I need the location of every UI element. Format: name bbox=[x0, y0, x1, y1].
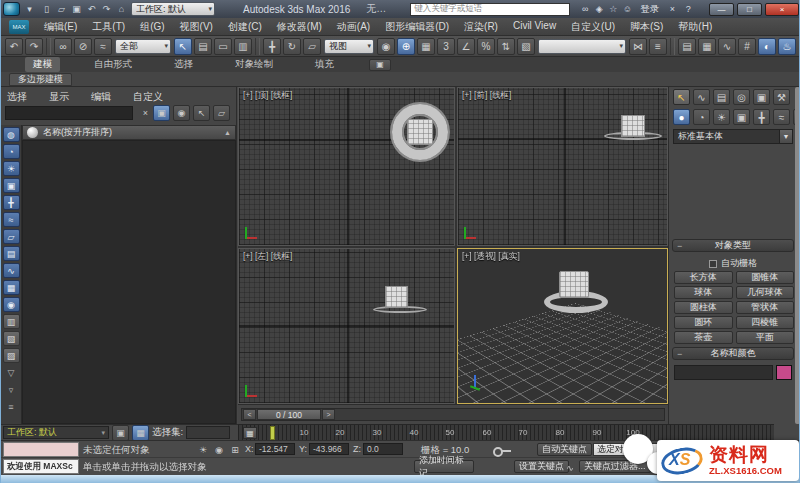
box-object-front-view[interactable] bbox=[621, 115, 645, 137]
explorer-column-header[interactable]: 名称(按升序排序) ▲ bbox=[22, 125, 236, 140]
schematic-view-icon[interactable]: # bbox=[738, 38, 756, 55]
maxscript-mini-listener-pink[interactable] bbox=[3, 442, 79, 457]
toggle-bones-icon[interactable]: ∿ bbox=[3, 263, 20, 278]
filter-icon[interactable]: ▽ bbox=[3, 365, 20, 380]
max-menu-icon[interactable]: MAX bbox=[9, 20, 29, 34]
new-scene-icon[interactable]: ▯ bbox=[39, 3, 54, 16]
maximize-button[interactable]: □ bbox=[737, 3, 762, 16]
signin-user-icon[interactable]: ☺ bbox=[620, 3, 634, 16]
tab-hierarchy[interactable]: ▤ bbox=[713, 89, 730, 105]
cat-space-warps[interactable]: ≈ bbox=[773, 109, 790, 125]
menu-item[interactable]: 创建(C) bbox=[228, 20, 262, 34]
x-coordinate-field[interactable]: -12.547 bbox=[255, 443, 295, 455]
object-type-button[interactable]: 四棱锥 bbox=[736, 316, 795, 329]
project-folder-icon[interactable]: ⌂ bbox=[114, 3, 129, 16]
app-menu-caret-icon[interactable]: ▾ bbox=[22, 3, 37, 16]
ribbon-tab-freeform[interactable]: 自由形式 bbox=[86, 57, 140, 72]
cat-geometry[interactable]: ● bbox=[673, 109, 690, 125]
ribbon-tab-object-paint[interactable]: 对象绘制 bbox=[227, 57, 281, 72]
snap-toggle-3d-icon[interactable]: 3 bbox=[437, 38, 455, 55]
cat-lights[interactable]: ☀ bbox=[713, 109, 730, 125]
previous-frame-button[interactable]: < bbox=[243, 409, 256, 420]
menu-item[interactable]: 修改器(M) bbox=[277, 20, 322, 34]
viewport-label-left[interactable]: [+] [左] [线框] bbox=[243, 251, 292, 263]
explorer-menu-item[interactable]: 选择 bbox=[7, 90, 27, 104]
autogrid-checkbox[interactable] bbox=[709, 260, 717, 268]
auto-key-button[interactable]: 自动关键点 bbox=[537, 443, 592, 456]
object-type-button[interactable]: 管状体 bbox=[736, 301, 795, 314]
signin-button[interactable]: 登录 bbox=[640, 3, 659, 16]
list-options-icon[interactable]: ≡ bbox=[3, 399, 20, 414]
menu-item[interactable]: 视图(V) bbox=[180, 20, 213, 34]
workspace-dropdown-bottom[interactable]: 工作区: 默认▾ bbox=[3, 426, 109, 439]
object-type-button[interactable]: 球体 bbox=[674, 286, 733, 299]
use-pivot-center-icon[interactable]: ◉ bbox=[377, 38, 395, 55]
menu-item[interactable]: 工具(T) bbox=[92, 20, 125, 34]
sync-selection-icon[interactable]: ▨ bbox=[3, 348, 20, 363]
selection-set-dropdown[interactable] bbox=[186, 426, 230, 439]
current-frame-indicator[interactable] bbox=[270, 426, 275, 440]
panel-scrollbar[interactable] bbox=[795, 87, 800, 424]
next-frame-button[interactable]: > bbox=[322, 409, 335, 420]
explorer-menu-item[interactable]: 显示 bbox=[49, 90, 69, 104]
explorer-menu-item[interactable]: 自定义 bbox=[133, 90, 163, 104]
named-selection-sets-dropdown[interactable]: ▾ bbox=[538, 39, 626, 54]
menu-item[interactable]: 组(G) bbox=[140, 20, 164, 34]
display-children-icon[interactable]: ▥ bbox=[3, 314, 20, 329]
material-editor-icon[interactable]: ◐ bbox=[758, 38, 776, 55]
toggle-xrefs-icon[interactable]: ▤ bbox=[3, 246, 20, 261]
communication-center-icon[interactable]: ◈ bbox=[592, 3, 606, 16]
bind-to-space-warp-icon[interactable]: ≈ bbox=[94, 38, 112, 55]
close-button[interactable]: × bbox=[765, 3, 799, 16]
help-icon[interactable]: ? bbox=[681, 3, 695, 16]
scene-explorer-toggle-icon[interactable]: ▦ bbox=[132, 425, 149, 441]
time-slider-handle[interactable]: 0 / 100 bbox=[257, 409, 321, 420]
viewport-left[interactable]: [+] [左] [线框] bbox=[238, 248, 455, 404]
select-and-link-icon[interactable]: ∞ bbox=[54, 38, 72, 55]
menu-item[interactable]: 编辑(E) bbox=[44, 20, 77, 34]
favorites-icon[interactable]: ☆ bbox=[606, 3, 620, 16]
toggle-shapes-icon[interactable]: ◔ bbox=[3, 144, 20, 159]
object-type-button[interactable]: 几何球体 bbox=[736, 286, 795, 299]
viewport-label-front[interactable]: [+] [前] [线框] bbox=[462, 90, 511, 102]
tab-utilities[interactable]: ⚒ bbox=[773, 89, 790, 105]
mini-curve-editor-icon[interactable]: ▦ bbox=[243, 427, 257, 439]
selection-lock-icon[interactable]: ◉ bbox=[213, 444, 225, 455]
exchange-apps-icon[interactable]: × bbox=[665, 3, 679, 16]
menu-item[interactable]: Civil View bbox=[513, 20, 556, 34]
render-setup-icon[interactable]: ♨ bbox=[778, 38, 796, 55]
ribbon-tab-modeling[interactable]: 建模 bbox=[25, 57, 60, 72]
object-type-button[interactable]: 平面 bbox=[736, 331, 795, 344]
toggle-containers-icon[interactable]: ▦ bbox=[3, 280, 20, 295]
edit-named-selection-sets-icon[interactable]: ▧ bbox=[517, 38, 535, 55]
isolate-cube-icon[interactable]: ▣ bbox=[112, 425, 129, 441]
toggle-geometry-icon[interactable]: ◍ bbox=[3, 127, 20, 142]
box-object-perspective[interactable] bbox=[559, 271, 589, 298]
menu-item[interactable]: 图形编辑器(D) bbox=[385, 20, 449, 34]
lock-icon[interactable]: ◉ bbox=[173, 105, 190, 121]
object-type-button[interactable]: 圆环 bbox=[674, 316, 733, 329]
filter-add-icon[interactable]: ▿ bbox=[3, 382, 20, 397]
toggle-groups-icon[interactable]: ▱ bbox=[3, 229, 20, 244]
explorer-menu-item[interactable]: 编辑 bbox=[91, 90, 111, 104]
tab-create[interactable]: ↖ bbox=[673, 89, 690, 105]
primitive-type-dropdown[interactable]: 标准基本体 ▼ bbox=[673, 129, 793, 144]
redo-icon[interactable]: ↷ bbox=[99, 3, 114, 16]
viewport-front[interactable]: [+] [前] [线框] bbox=[457, 87, 668, 246]
z-coordinate-field[interactable]: 0.0 bbox=[363, 443, 403, 455]
window-crossing-icon[interactable]: ▥ bbox=[234, 38, 252, 55]
ribbon-toggle-icon[interactable]: ▦ bbox=[698, 38, 716, 55]
toggle-materials-icon[interactable]: ◉ bbox=[3, 297, 20, 312]
layer-explorer-icon[interactable]: ▤ bbox=[678, 38, 696, 55]
undo-icon[interactable]: ↶ bbox=[84, 3, 99, 16]
object-type-button[interactable]: 长方体 bbox=[674, 271, 733, 284]
menu-item[interactable]: 脚本(S) bbox=[630, 20, 663, 34]
percent-snap-icon[interactable]: % bbox=[477, 38, 495, 55]
align-icon[interactable]: ≡ bbox=[649, 38, 667, 55]
add-time-tag-button[interactable]: 添加时间标记 bbox=[414, 460, 474, 473]
workspace-dropdown[interactable]: 工作区: 默认▾ bbox=[131, 2, 215, 16]
application-menu-button[interactable] bbox=[3, 2, 20, 16]
menu-item[interactable]: 帮助(H) bbox=[678, 20, 712, 34]
track-bar[interactable]: ▦ 102030405060708090100 bbox=[238, 424, 774, 440]
select-and-manipulate-icon[interactable]: ⊕ bbox=[397, 38, 415, 55]
